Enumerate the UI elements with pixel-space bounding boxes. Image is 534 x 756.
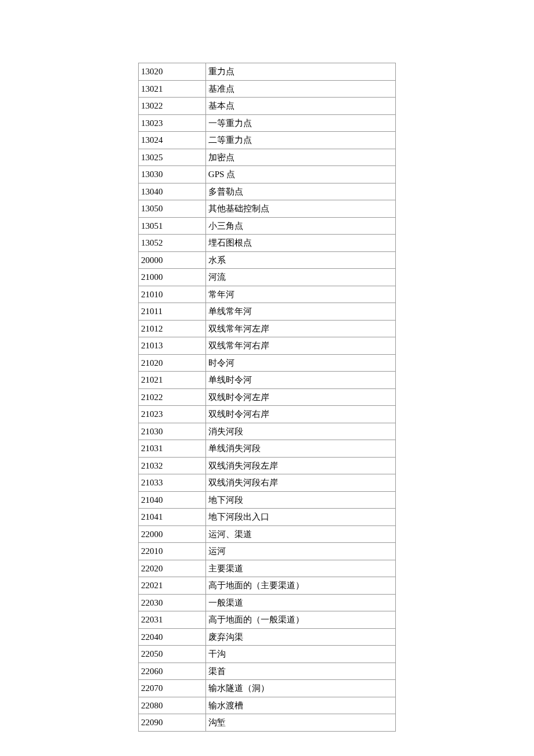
table-row: 13022基本点 xyxy=(139,98,396,115)
name-cell: 主要渠道 xyxy=(205,560,395,577)
name-cell: 多普勒点 xyxy=(205,183,395,200)
table-row: 20000水系 xyxy=(139,251,396,269)
code-cell: 21020 xyxy=(139,354,206,372)
name-cell: 常年河 xyxy=(205,286,395,303)
table-row: 21020时令河 xyxy=(139,354,396,372)
code-cell: 21013 xyxy=(139,337,206,355)
table-row: 21032双线消失河段左岸 xyxy=(139,457,396,474)
code-cell: 21012 xyxy=(139,320,206,337)
table-row: 22000运河、渠道 xyxy=(139,525,396,543)
table-row: 13023一等重力点 xyxy=(139,114,396,132)
name-cell: 地下河段 xyxy=(205,491,395,509)
name-cell: 基准点 xyxy=(205,80,395,98)
code-cell: 22070 xyxy=(139,680,206,697)
name-cell: 重力点 xyxy=(205,63,395,81)
table-row: 22031高于地面的（一般渠道） xyxy=(139,611,396,629)
table-row: 21021单线时令河 xyxy=(139,372,396,389)
code-cell: 13040 xyxy=(139,183,206,200)
name-cell: GPS 点 xyxy=(205,166,395,183)
code-cell: 22040 xyxy=(139,628,206,646)
code-cell: 22020 xyxy=(139,560,206,577)
table-row: 13024二等重力点 xyxy=(139,132,396,149)
name-cell: 输水渡槽 xyxy=(205,697,395,714)
code-cell: 13024 xyxy=(139,132,206,149)
table-row: 21012双线常年河左岸 xyxy=(139,320,396,337)
name-cell: 高于地面的（主要渠道） xyxy=(205,577,395,595)
name-cell: 地下河段出入口 xyxy=(205,509,395,526)
code-cell: 21021 xyxy=(139,372,206,389)
code-cell: 13051 xyxy=(139,217,206,235)
table-row: 22070输水隧道（洞） xyxy=(139,680,396,697)
table-row: 22080输水渡槽 xyxy=(139,697,396,714)
table-row: 13051小三角点 xyxy=(139,217,396,235)
code-cell: 13025 xyxy=(139,149,206,166)
code-cell: 22080 xyxy=(139,697,206,714)
table-row: 13052埋石图根点 xyxy=(139,235,396,252)
name-cell: 运河 xyxy=(205,543,395,560)
name-cell: 埋石图根点 xyxy=(205,235,395,252)
code-cell: 22060 xyxy=(139,663,206,680)
code-cell: 22090 xyxy=(139,714,206,732)
name-cell: 双线时令河左岸 xyxy=(205,388,395,406)
table-body: 13020重力点13021基准点13022基本点13023一等重力点13024二… xyxy=(139,63,396,732)
code-cell: 13022 xyxy=(139,98,206,115)
code-cell: 20000 xyxy=(139,251,206,269)
name-cell: 加密点 xyxy=(205,149,395,166)
table-row: 21022双线时令河左岸 xyxy=(139,388,396,406)
code-cell: 22021 xyxy=(139,577,206,595)
name-cell: 双线常年河左岸 xyxy=(205,320,395,337)
code-cell: 21022 xyxy=(139,388,206,406)
code-cell: 22030 xyxy=(139,594,206,611)
name-cell: 双线消失河段右岸 xyxy=(205,474,395,492)
name-cell: 二等重力点 xyxy=(205,132,395,149)
code-cell: 21010 xyxy=(139,286,206,303)
table-row: 22021高于地面的（主要渠道） xyxy=(139,577,396,595)
name-cell: 单线消失河段 xyxy=(205,440,395,458)
code-cell: 21040 xyxy=(139,491,206,509)
table-row: 13020重力点 xyxy=(139,63,396,81)
name-cell: 其他基础控制点 xyxy=(205,200,395,218)
code-cell: 22050 xyxy=(139,646,206,663)
name-cell: 输水隧道（洞） xyxy=(205,680,395,697)
name-cell: 高于地面的（一般渠道） xyxy=(205,611,395,629)
code-cell: 21000 xyxy=(139,269,206,286)
name-cell: 基本点 xyxy=(205,98,395,115)
table-row: 13050其他基础控制点 xyxy=(139,200,396,218)
code-cell: 22010 xyxy=(139,543,206,560)
table-row: 22040废弃沟渠 xyxy=(139,628,396,646)
name-cell: 一等重力点 xyxy=(205,114,395,132)
code-cell: 21011 xyxy=(139,303,206,321)
name-cell: 小三角点 xyxy=(205,217,395,235)
table-row: 13030GPS 点 xyxy=(139,166,396,183)
table-row: 13025加密点 xyxy=(139,149,396,166)
code-cell: 13021 xyxy=(139,80,206,98)
code-cell: 21041 xyxy=(139,509,206,526)
table-row: 21000河流 xyxy=(139,269,396,286)
table-row: 21010常年河 xyxy=(139,286,396,303)
table-row: 21031单线消失河段 xyxy=(139,440,396,458)
table-row: 13021基准点 xyxy=(139,80,396,98)
code-table: 13020重力点13021基准点13022基本点13023一等重力点13024二… xyxy=(138,63,396,732)
table-row: 21013双线常年河右岸 xyxy=(139,337,396,355)
code-cell: 21033 xyxy=(139,474,206,492)
code-cell: 22031 xyxy=(139,611,206,629)
table-row: 22030一般渠道 xyxy=(139,594,396,611)
code-cell: 13020 xyxy=(139,63,206,81)
code-cell: 21023 xyxy=(139,406,206,423)
table-row: 22020主要渠道 xyxy=(139,560,396,577)
name-cell: 单线常年河 xyxy=(205,303,395,321)
table-row: 21011单线常年河 xyxy=(139,303,396,321)
table-row: 13040多普勒点 xyxy=(139,183,396,200)
table-row: 22090沟堑 xyxy=(139,714,396,732)
name-cell: 双线消失河段左岸 xyxy=(205,457,395,474)
name-cell: 双线常年河右岸 xyxy=(205,337,395,355)
table-row: 22050干沟 xyxy=(139,646,396,663)
code-table-container: 13020重力点13021基准点13022基本点13023一等重力点13024二… xyxy=(138,63,396,732)
code-cell: 21030 xyxy=(139,423,206,440)
name-cell: 时令河 xyxy=(205,354,395,372)
name-cell: 双线时令河右岸 xyxy=(205,406,395,423)
name-cell: 沟堑 xyxy=(205,714,395,732)
table-row: 21023双线时令河右岸 xyxy=(139,406,396,423)
name-cell: 消失河段 xyxy=(205,423,395,440)
code-cell: 13052 xyxy=(139,235,206,252)
